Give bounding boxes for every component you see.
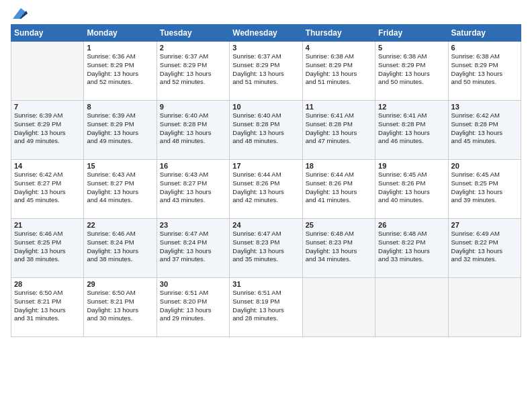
info-line: Daylight: 13 hours: [87, 306, 153, 315]
calendar-cell: 13Sunrise: 6:42 AMSunset: 8:28 PMDayligh…: [448, 101, 521, 160]
calendar-cell: 1Sunrise: 6:36 AMSunset: 8:29 PMDaylight…: [84, 42, 157, 101]
cell-info: Sunrise: 6:41 AMSunset: 8:28 PMDaylight:…: [378, 111, 445, 146]
info-line: Sunset: 8:29 PM: [306, 61, 372, 70]
info-line: Sunset: 8:28 PM: [378, 120, 445, 129]
info-line: and 51 minutes.: [306, 78, 372, 87]
calendar-cell: 31Sunrise: 6:51 AMSunset: 8:19 PMDayligh…: [230, 278, 302, 337]
info-line: Sunrise: 6:51 AM: [232, 289, 299, 298]
info-line: Sunset: 8:27 PM: [87, 179, 153, 188]
info-line: Sunset: 8:29 PM: [87, 120, 153, 129]
day-number: 20: [451, 162, 518, 170]
info-line: and 48 minutes.: [160, 137, 226, 146]
info-line: and 45 minutes.: [14, 196, 81, 205]
day-number: 11: [306, 103, 372, 111]
info-line: and 49 minutes.: [87, 137, 153, 146]
calendar-cell: 20Sunrise: 6:45 AMSunset: 8:25 PMDayligh…: [448, 160, 521, 219]
cell-info: Sunrise: 6:46 AMSunset: 8:25 PMDaylight:…: [14, 230, 81, 264]
calendar-cell: 3Sunrise: 6:37 AMSunset: 8:29 PMDaylight…: [230, 42, 302, 101]
week-row-5: 28Sunrise: 6:50 AMSunset: 8:21 PMDayligh…: [11, 278, 521, 337]
calendar-cell: 2Sunrise: 6:37 AMSunset: 8:29 PMDaylight…: [157, 42, 229, 101]
calendar-cell: [302, 278, 375, 337]
column-header-friday: Friday: [375, 25, 448, 42]
info-line: Sunset: 8:23 PM: [306, 238, 372, 247]
info-line: and 32 minutes.: [451, 255, 518, 264]
cell-info: Sunrise: 6:45 AMSunset: 8:26 PMDaylight:…: [378, 171, 445, 205]
info-line: and 43 minutes.: [160, 196, 226, 205]
info-line: and 39 minutes.: [451, 196, 518, 205]
info-line: and 48 minutes.: [232, 137, 299, 146]
info-line: Sunrise: 6:40 AM: [160, 111, 226, 120]
info-line: and 50 minutes.: [451, 78, 518, 87]
day-number: 5: [378, 44, 445, 52]
info-line: Sunrise: 6:36 AM: [87, 52, 153, 61]
calendar-cell: 27Sunrise: 6:49 AMSunset: 8:22 PMDayligh…: [448, 219, 521, 278]
info-line: and 49 minutes.: [14, 137, 81, 146]
cell-info: Sunrise: 6:37 AMSunset: 8:29 PMDaylight:…: [160, 52, 226, 87]
info-line: Sunset: 8:21 PM: [14, 298, 81, 306]
info-line: Sunset: 8:23 PM: [232, 238, 299, 247]
info-line: Daylight: 13 hours: [232, 188, 299, 197]
day-number: 15: [87, 162, 153, 170]
column-header-tuesday: Tuesday: [157, 25, 229, 42]
info-line: Sunset: 8:29 PM: [232, 61, 299, 70]
calendar-cell: 4Sunrise: 6:38 AMSunset: 8:29 PMDaylight…: [302, 42, 375, 101]
calendar-cell: 5Sunrise: 6:38 AMSunset: 8:29 PMDaylight…: [375, 42, 448, 101]
day-number: 22: [87, 221, 153, 229]
info-line: Sunset: 8:27 PM: [160, 179, 226, 188]
info-line: and 40 minutes.: [378, 196, 445, 205]
info-line: Sunrise: 6:50 AM: [14, 289, 81, 298]
cell-info: Sunrise: 6:48 AMSunset: 8:22 PMDaylight:…: [378, 230, 445, 264]
day-number: 27: [451, 221, 518, 229]
day-number: 17: [232, 162, 299, 170]
cell-info: Sunrise: 6:48 AMSunset: 8:23 PMDaylight:…: [306, 230, 372, 264]
calendar-cell: 19Sunrise: 6:45 AMSunset: 8:26 PMDayligh…: [375, 160, 448, 219]
column-header-sunday: Sunday: [11, 25, 84, 42]
cell-info: Sunrise: 6:44 AMSunset: 8:26 PMDaylight:…: [232, 171, 299, 205]
info-line: and 51 minutes.: [232, 78, 299, 87]
day-number: 3: [232, 44, 299, 52]
info-line: Daylight: 13 hours: [160, 70, 226, 79]
info-line: and 30 minutes.: [87, 314, 153, 323]
info-line: Sunset: 8:27 PM: [14, 179, 81, 188]
info-line: and 46 minutes.: [378, 137, 445, 146]
info-line: Daylight: 13 hours: [232, 306, 299, 315]
info-line: Sunrise: 6:43 AM: [87, 171, 153, 179]
day-number: 21: [14, 221, 81, 229]
cell-info: Sunrise: 6:51 AMSunset: 8:20 PMDaylight:…: [160, 289, 226, 323]
info-line: Sunset: 8:29 PM: [87, 61, 153, 70]
info-line: and 37 minutes.: [160, 255, 226, 264]
info-line: Sunrise: 6:47 AM: [232, 230, 299, 238]
column-header-monday: Monday: [84, 25, 157, 42]
info-line: Daylight: 13 hours: [306, 188, 372, 197]
info-line: Sunrise: 6:41 AM: [306, 111, 372, 120]
calendar-cell: 28Sunrise: 6:50 AMSunset: 8:21 PMDayligh…: [11, 278, 84, 337]
info-line: Sunrise: 6:38 AM: [451, 52, 518, 61]
info-line: and 33 minutes.: [378, 255, 445, 264]
cell-info: Sunrise: 6:42 AMSunset: 8:28 PMDaylight:…: [451, 111, 518, 146]
week-row-4: 21Sunrise: 6:46 AMSunset: 8:25 PMDayligh…: [11, 219, 521, 278]
info-line: Daylight: 13 hours: [232, 70, 299, 79]
info-line: Daylight: 13 hours: [160, 247, 226, 256]
info-line: Daylight: 13 hours: [306, 247, 372, 256]
day-number: 29: [87, 280, 153, 288]
info-line: Sunrise: 6:40 AM: [232, 111, 299, 120]
calendar-cell: 22Sunrise: 6:46 AMSunset: 8:24 PMDayligh…: [84, 219, 157, 278]
day-number: 8: [87, 103, 153, 111]
info-line: Sunrise: 6:38 AM: [306, 52, 372, 61]
info-line: Sunset: 8:28 PM: [160, 120, 226, 129]
header-row: SundayMondayTuesdayWednesdayThursdayFrid…: [11, 25, 521, 42]
cell-info: Sunrise: 6:47 AMSunset: 8:23 PMDaylight:…: [232, 230, 299, 264]
day-number: 12: [378, 103, 445, 111]
day-number: 7: [14, 103, 81, 111]
calendar-cell: 30Sunrise: 6:51 AMSunset: 8:20 PMDayligh…: [157, 278, 229, 337]
logo-icon: [13, 8, 28, 19]
info-line: Daylight: 13 hours: [451, 247, 518, 256]
day-number: 31: [232, 280, 299, 288]
calendar-cell: 8Sunrise: 6:39 AMSunset: 8:29 PMDaylight…: [84, 101, 157, 160]
info-line: Sunset: 8:28 PM: [451, 120, 518, 129]
info-line: Sunrise: 6:43 AM: [160, 171, 226, 179]
cell-info: Sunrise: 6:45 AMSunset: 8:25 PMDaylight:…: [451, 171, 518, 205]
info-line: Sunrise: 6:49 AM: [451, 230, 518, 238]
column-header-wednesday: Wednesday: [230, 25, 302, 42]
info-line: Sunrise: 6:37 AM: [232, 52, 299, 61]
